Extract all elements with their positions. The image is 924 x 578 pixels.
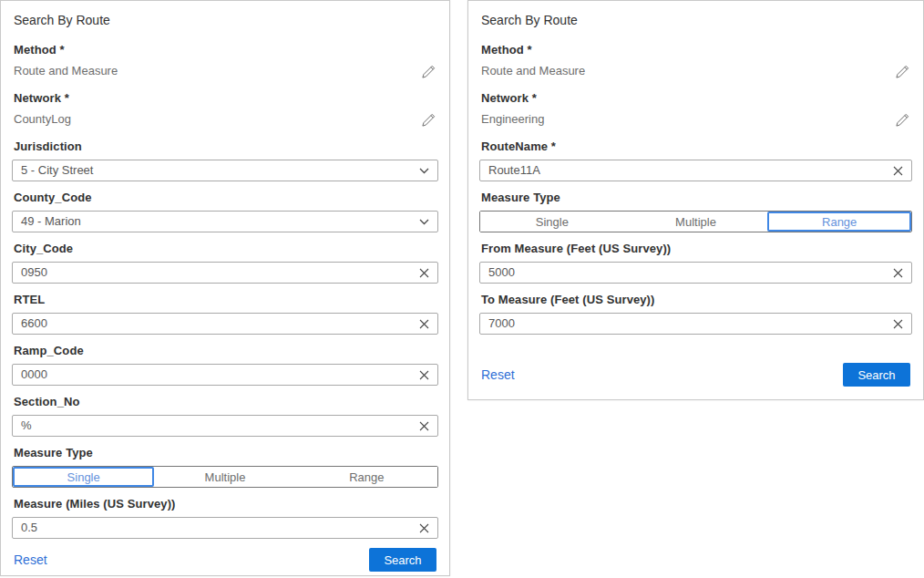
section-no-input-box (12, 415, 438, 437)
from-measure-input-box (479, 262, 912, 284)
jurisdiction-select[interactable]: 5 - City Street (12, 160, 438, 181)
city-code-input[interactable] (21, 263, 419, 283)
measure-type-option-single[interactable]: Single (480, 212, 624, 232)
section-no-label: Section_No (14, 395, 436, 408)
network-value: Engineering (481, 112, 544, 127)
field-method: Method * Route and Measure (479, 43, 912, 79)
ramp-code-input[interactable] (21, 365, 419, 385)
measure-type-label: Measure Type (481, 191, 910, 204)
jurisdiction-label: Jurisdiction (14, 139, 436, 153)
measure-type-label: Measure Type (14, 446, 436, 459)
reset-link[interactable]: Reset (481, 367, 515, 382)
panel-title: Search By Route (14, 14, 436, 27)
county-code-label: County_Code (14, 191, 436, 204)
method-label: Method * (14, 43, 436, 57)
panel-title: Search By Route (481, 14, 910, 27)
measure-type-option-multiple[interactable]: Multiple (154, 467, 295, 487)
edit-icon[interactable] (421, 64, 436, 79)
rtel-input-box (12, 313, 438, 335)
city-code-label: City_Code (14, 242, 436, 255)
jurisdiction-selected-value: 5 - City Street (21, 160, 419, 181)
edit-icon[interactable] (421, 112, 436, 128)
field-section-no: Section_No (12, 395, 438, 437)
rtel-label: RTEL (14, 293, 436, 306)
chevron-down-icon (419, 168, 429, 174)
from-measure-label: From Measure (Feet (US Survey)) (481, 242, 910, 255)
to-measure-input-box (479, 313, 912, 335)
field-city-code: City_Code (12, 242, 438, 284)
field-measure: Measure (Miles (US Survey)) (12, 497, 438, 539)
field-network: Network * Engineering (479, 91, 912, 128)
field-jurisdiction: Jurisdiction 5 - City Street (12, 139, 438, 181)
chevron-down-icon (419, 219, 429, 225)
ramp-code-label: Ramp_Code (14, 344, 436, 357)
field-to-measure: To Measure (Feet (US Survey)) (479, 293, 912, 335)
field-measure-type: Measure Type Single Multiple Range (479, 191, 912, 232)
to-measure-label: To Measure (Feet (US Survey)) (481, 293, 910, 306)
search-by-route-panel-right: Search By Route Method * Route and Measu… (467, 0, 924, 400)
clear-x-icon[interactable] (419, 421, 429, 431)
network-label: Network * (14, 91, 436, 105)
county-code-selected-value: 49 - Marion (21, 212, 419, 232)
measure-input[interactable] (21, 518, 419, 538)
field-measure-type: Measure Type Single Multiple Range (12, 446, 438, 488)
field-method: Method * Route and Measure (12, 43, 438, 79)
city-code-input-box (12, 262, 438, 284)
route-name-label: RouteName * (481, 139, 910, 153)
route-name-input-box (479, 160, 912, 181)
search-by-route-panel-left: Search By Route Method * Route and Measu… (0, 0, 450, 576)
field-ramp-code: Ramp_Code (12, 344, 438, 386)
measure-type-segmented: Single Multiple Range (12, 466, 438, 488)
field-route-name: RouteName * (479, 139, 912, 181)
clear-x-icon[interactable] (893, 268, 903, 278)
field-rtel: RTEL (12, 293, 438, 335)
measure-type-option-range[interactable]: Range (767, 212, 911, 232)
network-label: Network * (481, 91, 910, 105)
measure-type-option-single[interactable]: Single (13, 467, 154, 487)
field-from-measure: From Measure (Feet (US Survey)) (479, 242, 912, 284)
from-measure-input[interactable] (488, 263, 893, 283)
clear-x-icon[interactable] (419, 370, 429, 380)
clear-x-icon[interactable] (893, 166, 903, 176)
measure-type-option-multiple[interactable]: Multiple (624, 212, 768, 232)
reset-link[interactable]: Reset (14, 552, 47, 567)
rtel-input[interactable] (21, 314, 419, 334)
county-code-select[interactable]: 49 - Marion (12, 211, 438, 232)
network-value: CountyLog (14, 112, 71, 127)
edit-icon[interactable] (895, 64, 910, 79)
field-county-code: County_Code 49 - Marion (12, 191, 438, 232)
section-no-input[interactable] (21, 416, 419, 436)
search-button[interactable]: Search (369, 548, 436, 572)
field-network: Network * CountyLog (12, 91, 438, 128)
clear-x-icon[interactable] (419, 319, 429, 329)
measure-type-option-range[interactable]: Range (296, 467, 437, 487)
clear-x-icon[interactable] (419, 268, 429, 278)
method-value: Route and Measure (14, 64, 118, 78)
method-value: Route and Measure (481, 64, 585, 78)
measure-label: Measure (Miles (US Survey)) (14, 497, 436, 511)
workspace: Search By Route Method * Route and Measu… (0, 0, 924, 576)
method-label: Method * (481, 43, 910, 57)
search-button[interactable]: Search (843, 363, 910, 387)
panel-footer: Reset Search (12, 548, 438, 573)
clear-x-icon[interactable] (893, 319, 903, 329)
route-name-input[interactable] (488, 160, 893, 181)
clear-x-icon[interactable] (419, 523, 429, 533)
measure-input-box (12, 517, 438, 539)
edit-icon[interactable] (895, 112, 910, 128)
measure-type-segmented: Single Multiple Range (479, 211, 912, 232)
panel-footer: Reset Search (479, 363, 912, 388)
ramp-code-input-box (12, 364, 438, 386)
to-measure-input[interactable] (488, 314, 893, 334)
